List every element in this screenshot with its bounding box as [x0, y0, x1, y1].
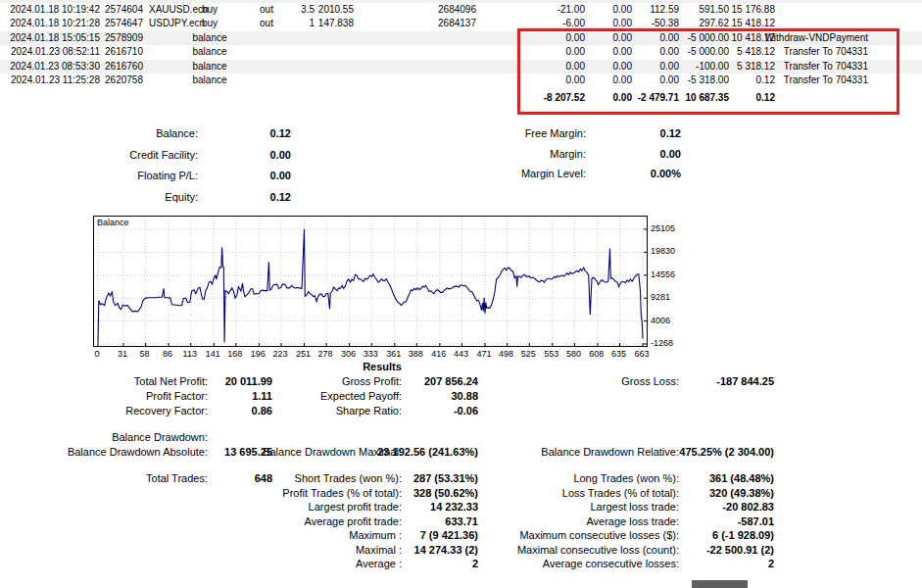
stat-value: 1.11 [252, 389, 272, 403]
stat-value: 20 011.99 [225, 374, 272, 388]
scrollbar-thumb[interactable] [692, 580, 748, 588]
stat-label: Total Trades: [146, 471, 208, 485]
stat-label: Balance Drawdown Absolute: [68, 445, 208, 459]
stat-value: 648 [255, 471, 272, 485]
stat-label: Average profit trade: [305, 514, 402, 528]
stat-value: 14 232.33 [430, 500, 478, 514]
stat-label: Sharpe Ratio: [336, 404, 402, 417]
stat-value: 361 (48.48%) [709, 471, 774, 485]
stat-value: -587.01 [738, 514, 774, 528]
stat-value: 6 (-1 928.09) [712, 528, 774, 542]
stat-label: Largest profit trade: [309, 500, 402, 514]
stat-label: Short Trades (won %): [295, 471, 402, 485]
stat-label: Average loss trade: [586, 514, 679, 528]
stat-label: Average consecutive losses: [543, 557, 679, 570]
stat-value: 633.71 [445, 514, 478, 528]
stat-value: -0.06 [454, 404, 478, 417]
stat-label: Long Trades (won %): [573, 471, 679, 485]
stat-value: 30.88 [451, 389, 478, 403]
stat-label: Gross Loss: [621, 374, 679, 388]
chart-title: Balance [97, 218, 129, 227]
stat-value: 207 856.24 [424, 374, 478, 388]
stat-label: Expected Payoff: [320, 389, 402, 403]
stat-value: -20 802.83 [722, 500, 774, 514]
stat-label: Total Net Profit: [134, 374, 208, 388]
stat-value: -22 500.91 (2) [706, 543, 774, 557]
stat-label: Loss Trades (% of total): [562, 486, 679, 500]
stat-value: 23 192.56 (241.63%) [377, 445, 478, 459]
bottom-scrollbar-track[interactable] [0, 580, 922, 588]
stat-label: Maximum : [349, 528, 402, 542]
stat-value: 0.86 [252, 404, 272, 417]
stat-label: Average : [356, 557, 402, 570]
stat-value: 328 (50.62%) [413, 486, 478, 500]
results-section: Total Net Profit:20 011.99Gross Profit:2… [0, 0, 922, 588]
stat-value: 320 (49.38%) [709, 486, 774, 500]
stat-value: 287 (53.31%) [413, 471, 478, 485]
stat-value: -187 844.25 [716, 374, 774, 388]
stat-label: Gross Profit: [342, 374, 402, 388]
stat-value: 475.25% (2 304.00) [679, 445, 774, 459]
stat-label: Recovery Factor: [125, 404, 208, 417]
stat-value: 7 (9 421.36) [420, 528, 478, 542]
stat-label: Profit Trades (% of total): [282, 486, 402, 500]
stat-value: 2 [472, 557, 478, 570]
stat-value: 2 [768, 557, 774, 570]
stat-label: Maximal : [356, 543, 402, 557]
stat-label: Largest loss trade: [591, 500, 680, 514]
stat-label: Profit Factor: [146, 389, 208, 403]
stat-label: Maximum consecutive losses ($): [519, 528, 679, 542]
stat-label: Maximal consecutive loss (count): [517, 543, 679, 557]
stat-value: 14 274.33 (2) [414, 543, 478, 557]
stat-label: Balance Drawdown: [112, 430, 208, 444]
stat-label: Balance Drawdown Relative: [541, 445, 679, 459]
